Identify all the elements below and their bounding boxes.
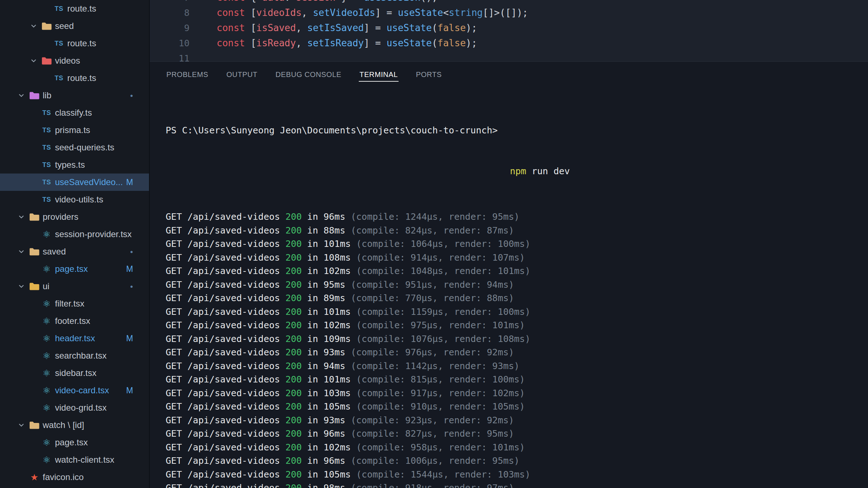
- terminal-log-line: GET /api/saved-videos 200 in 93ms (compi…: [166, 346, 868, 359]
- chevron-down-icon[interactable]: [18, 421, 25, 429]
- file-session-provider-tsx[interactable]: ⚛session-provider.tsx: [0, 226, 149, 243]
- tree-item-label: video-utils.ts: [55, 194, 103, 205]
- file-route-ts[interactable]: TSroute.ts: [0, 69, 149, 87]
- terminal[interactable]: PS C:\Users\Sunyeong Jeon\Documents\proj…: [150, 87, 868, 488]
- folder-icon: [29, 213, 39, 221]
- file-types-ts[interactable]: TStypes.ts: [0, 156, 149, 174]
- terminal-log-line: GET /api/saved-videos 200 in 88ms (compi…: [166, 224, 868, 237]
- folder-videos[interactable]: videos: [0, 52, 149, 69]
- file-video-grid-tsx[interactable]: ⚛video-grid.tsx: [0, 399, 149, 416]
- react-file-icon: ⚛: [43, 351, 51, 360]
- terminal-command-bin: npm: [510, 166, 526, 176]
- folder-icon: [29, 91, 39, 100]
- folder-icon: [29, 282, 39, 291]
- typescript-file-icon: TS: [42, 196, 51, 204]
- terminal-log-line: GET /api/saved-videos 200 in 96ms (compi…: [166, 210, 868, 224]
- modified-badge: M: [126, 264, 133, 274]
- terminal-log-line: GET /api/saved-videos 200 in 101ms (comp…: [166, 237, 868, 251]
- react-file-icon: ⚛: [43, 369, 51, 378]
- terminal-log-line: GET /api/saved-videos 200 in 93ms (compi…: [166, 414, 868, 427]
- file-seed-queries-ts[interactable]: TSseed-queries.ts: [0, 139, 149, 156]
- file-filter-tsx[interactable]: ⚛filter.tsx: [0, 295, 149, 312]
- file-footer-tsx[interactable]: ⚛footer.tsx: [0, 312, 149, 330]
- tree-item-label: page.tsx: [55, 264, 88, 274]
- typescript-file-icon: TS: [42, 127, 51, 134]
- folder-saved[interactable]: saved●: [0, 243, 149, 260]
- modified-badge: M: [126, 177, 133, 187]
- file-header-tsx[interactable]: ⚛header.tsxM: [0, 330, 149, 347]
- terminal-log-line: GET /api/saved-videos 200 in 109ms (comp…: [166, 332, 868, 346]
- typescript-file-icon: TS: [55, 5, 63, 13]
- tree-item-label: prisma.ts: [55, 125, 90, 135]
- react-file-icon: ⚛: [43, 299, 51, 308]
- tab-ports[interactable]: PORTS: [415, 68, 443, 82]
- tab-debug-console[interactable]: DEBUG CONSOLE: [275, 68, 342, 82]
- file-page-tsx[interactable]: ⚛page.tsxM: [0, 260, 149, 278]
- chevron-down-icon[interactable]: [30, 22, 37, 30]
- folder-seed[interactable]: seed: [0, 17, 149, 35]
- tree-item-label: route.ts: [67, 38, 96, 48]
- chevron-down-icon[interactable]: [18, 92, 25, 99]
- react-file-icon: ⚛: [43, 317, 51, 326]
- code-editor[interactable]: 7const { data: session } = useSession();…: [150, 0, 868, 61]
- chevron-down-icon[interactable]: [30, 57, 37, 64]
- folder-icon: [42, 22, 52, 30]
- typescript-file-icon: TS: [42, 179, 51, 186]
- tree-item-label: filter.tsx: [55, 299, 84, 309]
- tab-problems[interactable]: PROBLEMS: [166, 68, 209, 82]
- terminal-log-line: GET /api/saved-videos 200 in 102ms (comp…: [166, 441, 868, 454]
- tree-item-label: types.ts: [55, 160, 85, 170]
- tree-item-label: route.ts: [67, 73, 96, 83]
- file-favicon-ico[interactable]: ★favicon.ico: [0, 468, 149, 486]
- dirty-dot: ●: [130, 249, 133, 254]
- file-searchbar-tsx[interactable]: ⚛searchbar.tsx: [0, 347, 149, 364]
- file-route-ts[interactable]: TSroute.ts: [0, 35, 149, 52]
- terminal-log-line: GET /api/saved-videos 200 in 98ms (compi…: [166, 481, 868, 488]
- file-prisma-ts[interactable]: TSprisma.ts: [0, 121, 149, 139]
- folder-watch-id[interactable]: watch \ [id]: [0, 416, 149, 434]
- react-file-icon: ⚛: [43, 455, 51, 465]
- code-line: 9const [isSaved, setIsSaved] = useState(…: [150, 20, 868, 35]
- file-classify-ts[interactable]: TSclassify.ts: [0, 104, 149, 121]
- terminal-log-line: GET /api/saved-videos 200 in 102ms (comp…: [166, 318, 868, 332]
- tab-output[interactable]: OUTPUT: [226, 68, 258, 82]
- terminal-prompt: PS C:\Users\Sunyeong Jeon\Documents\proj…: [166, 125, 498, 136]
- chevron-down-icon[interactable]: [18, 213, 25, 221]
- file-watch-client-tsx[interactable]: ⚛watch-client.tsx: [0, 451, 149, 468]
- terminal-log-line: GET /api/saved-videos 200 in 108ms (comp…: [166, 251, 868, 265]
- terminal-prompt-line: PS C:\Users\Sunyeong Jeon\Documents\proj…: [166, 124, 868, 137]
- tree-item-label: watch \ [id]: [43, 420, 84, 430]
- file-route-ts[interactable]: TSroute.ts: [0, 0, 149, 17]
- tab-terminal[interactable]: TERMINAL: [359, 68, 399, 82]
- file-video-card-tsx[interactable]: ⚛video-card.tsxM: [0, 382, 149, 399]
- terminal-command-line: npm run dev: [510, 164, 868, 178]
- folder-icon: [42, 57, 52, 65]
- modified-badge: M: [126, 334, 133, 343]
- tree-item-label: sidebar.tsx: [55, 368, 97, 378]
- typescript-file-icon: TS: [42, 161, 51, 169]
- chevron-down-icon[interactable]: [18, 283, 25, 290]
- folder-providers[interactable]: providers: [0, 208, 149, 226]
- tree-item-label: footer.tsx: [55, 316, 90, 326]
- favicon-icon: ★: [30, 473, 38, 482]
- file-page-tsx[interactable]: ⚛page.tsx: [0, 434, 149, 451]
- tree-item-label: video-grid.tsx: [55, 403, 107, 413]
- tree-item-label: searchbar.tsx: [55, 351, 107, 361]
- terminal-command-args: run dev: [526, 166, 570, 176]
- tree-item-label: session-provider.tsx: [55, 229, 132, 239]
- code-text: const [isSaved, setIsSaved] = useState(f…: [217, 22, 477, 33]
- react-file-icon: ⚛: [43, 438, 51, 447]
- terminal-log-line: GET /api/saved-videos 200 in 95ms (compi…: [166, 278, 868, 292]
- code-line: 8const [videoIds, setVideoIds] = useStat…: [150, 5, 868, 20]
- code-text: const [isReady, setIsReady] = useState(f…: [217, 38, 477, 48]
- terminal-log-line: GET /api/saved-videos 200 in 105ms (comp…: [166, 400, 868, 414]
- tree-item-label: seed: [55, 21, 74, 31]
- file-sidebar-tsx[interactable]: ⚛sidebar.tsx: [0, 364, 149, 382]
- file-video-utils-ts[interactable]: TSvideo-utils.ts: [0, 191, 149, 208]
- folder-ui[interactable]: ui●: [0, 278, 149, 295]
- terminal-log-line: GET /api/saved-videos 200 in 96ms (compi…: [166, 427, 868, 441]
- chevron-down-icon[interactable]: [18, 248, 25, 255]
- explorer-sidebar[interactable]: TSroute.tsseedTSroute.tsvideosTSroute.ts…: [0, 0, 150, 488]
- folder-lib[interactable]: lib●: [0, 87, 149, 104]
- file-usesavedvideo[interactable]: TSuseSavedVideo...M: [0, 174, 149, 191]
